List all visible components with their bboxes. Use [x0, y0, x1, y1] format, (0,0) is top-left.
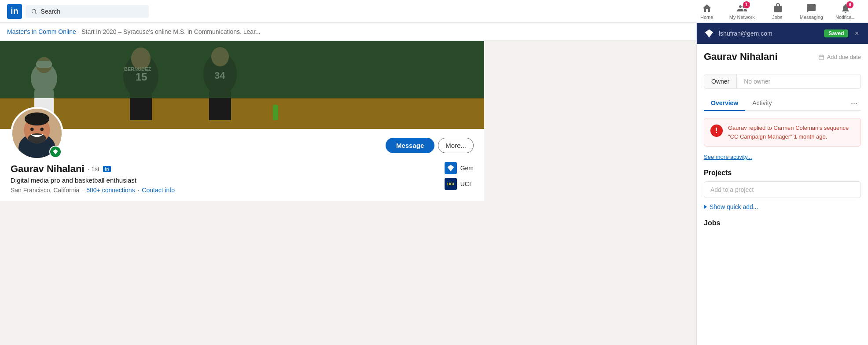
profile-name: Gaurav Nihalani: [11, 163, 85, 175]
action-buttons: Message More...: [386, 138, 474, 153]
main-area: Master's in Comm Online - Start in 2020 …: [0, 23, 868, 345]
ad-text: - Start in 2020 – Syracuse's online M.S.…: [76, 28, 261, 35]
gem-company: Gem: [445, 162, 474, 174]
nav-notifications-label: Notifica...: [835, 15, 856, 20]
profile-section: Master's in Comm Online - Start in 2020 …: [0, 23, 696, 345]
nav-network-label: My Network: [729, 15, 755, 20]
due-date-label: Add due date: [827, 54, 861, 60]
owner-label: Owner: [704, 74, 737, 88]
linkedin-badge-icon: in: [103, 166, 111, 172]
cover-photo: 15 34 BERNUDEZ: [0, 41, 484, 129]
ad-banner: Master's in Comm Online - Start in 2020 …: [0, 23, 696, 41]
owner-value[interactable]: No owner: [737, 74, 777, 88]
svg-point-24: [30, 128, 33, 131]
gem-tabs: Overview Activity ···: [704, 96, 861, 111]
svg-line-1: [35, 12, 37, 14]
svg-rect-19: [273, 105, 278, 120]
gem-due-date[interactable]: Add due date: [818, 54, 861, 60]
search-input[interactable]: [41, 8, 143, 15]
gem-body: Gaurav Nihalani Add due date Owner No ow…: [697, 44, 868, 234]
profile-location-row: San Francisco, California · 500+ connect…: [11, 187, 474, 194]
top-nav: in Home 1 My Network Jobs: [0, 0, 868, 23]
svg-point-22: [25, 112, 49, 125]
profile-tagline: Digital media pro and basketball enthusi…: [11, 176, 474, 184]
network-icon: 1: [737, 3, 747, 14]
see-more-activity-link[interactable]: See more activity...: [704, 154, 861, 160]
nav-item-messaging[interactable]: Messaging: [794, 1, 828, 22]
gem-saved-badge: Saved: [824, 29, 848, 37]
linkedin-logo[interactable]: in: [7, 4, 22, 19]
contact-info-link[interactable]: Contact info: [142, 187, 175, 194]
network-badge: 1: [743, 1, 750, 8]
nav-messaging-label: Messaging: [800, 15, 823, 20]
gem-logo: [445, 162, 457, 174]
notifications-icon: 8: [840, 3, 851, 14]
gem-email: lshufran@gem.com: [719, 30, 820, 37]
search-bar[interactable]: [26, 5, 149, 18]
uci-logo: UCI: [445, 178, 457, 190]
nav-item-jobs[interactable]: Jobs: [762, 1, 793, 22]
more-button[interactable]: More...: [438, 138, 474, 153]
nav-items: Home 1 My Network Jobs Messaging 8: [691, 1, 861, 22]
alert-text: Gaurav replied to Carmen Coleman's seque…: [728, 124, 854, 141]
nav-jobs-label: Jobs: [772, 15, 782, 20]
nav-home-label: Home: [700, 15, 713, 20]
gem-badge: [49, 146, 62, 158]
dot-separator: ·: [82, 187, 84, 194]
profile-location: San Francisco, California: [11, 187, 79, 194]
owner-row: Owner No owner: [704, 74, 861, 89]
home-icon: [702, 3, 712, 14]
profile-card: 15 34 BERNUDEZ: [0, 41, 484, 201]
connection-badge: · 1st: [88, 165, 99, 172]
search-icon: [31, 8, 37, 15]
tab-activity[interactable]: Activity: [745, 96, 779, 111]
gem-tab-more-button[interactable]: ···: [847, 97, 861, 110]
jobs-title: Jobs: [704, 219, 861, 227]
calendar-icon: [818, 54, 824, 60]
gem-close-button[interactable]: ×: [853, 29, 861, 38]
show-quick-add-label: Show quick add...: [710, 203, 758, 210]
company-row: Gem UCI UCI: [445, 162, 474, 190]
project-input[interactable]: Add to a project: [704, 181, 861, 198]
profile-name-row: Gaurav Nihalani · 1st in: [11, 163, 474, 175]
tab-overview[interactable]: Overview: [704, 96, 745, 111]
messaging-icon: [806, 3, 817, 14]
projects-title: Projects: [704, 169, 861, 177]
triangle-icon: [704, 205, 707, 209]
svg-point-25: [40, 128, 43, 131]
dot-separator2: ·: [137, 187, 139, 194]
connections-link[interactable]: 500+ connections: [86, 187, 135, 194]
gem-diamond-icon: [704, 28, 714, 39]
alert-box: ! Gaurav replied to Carmen Coleman's seq…: [704, 118, 861, 147]
svg-point-0: [32, 9, 36, 13]
message-button[interactable]: Message: [386, 138, 434, 153]
gem-company-name: Gem: [460, 165, 474, 172]
notifications-badge: 8: [846, 1, 853, 8]
svg-rect-26: [819, 55, 824, 59]
show-quick-add[interactable]: Show quick add...: [704, 203, 861, 210]
svg-rect-18: [0, 41, 484, 98]
nav-item-home[interactable]: Home: [691, 1, 722, 22]
jobs-icon: [772, 3, 783, 14]
uci-company-name: UCI: [460, 180, 471, 187]
ad-link[interactable]: Master's in Comm Online: [7, 28, 76, 35]
profile-info-area: Message More... Gem UCI: [0, 129, 484, 201]
nav-item-notifications[interactable]: 8 Notifica...: [830, 1, 861, 22]
nav-item-network[interactable]: 1 My Network: [724, 1, 760, 22]
svg-point-23: [28, 133, 46, 143]
alert-icon: !: [710, 125, 723, 137]
svg-rect-3: [0, 98, 484, 129]
cover-photo-svg: 15 34 BERNUDEZ: [0, 41, 484, 129]
avatar-wrapper: [11, 107, 63, 160]
gem-header: lshufran@gem.com Saved ×: [697, 23, 868, 44]
uci-company: UCI UCI: [445, 178, 474, 190]
gem-sidebar: lshufran@gem.com Saved × Gaurav Nihalani…: [696, 23, 868, 345]
gem-person-name: Gaurav Nihalani: [704, 51, 778, 62]
